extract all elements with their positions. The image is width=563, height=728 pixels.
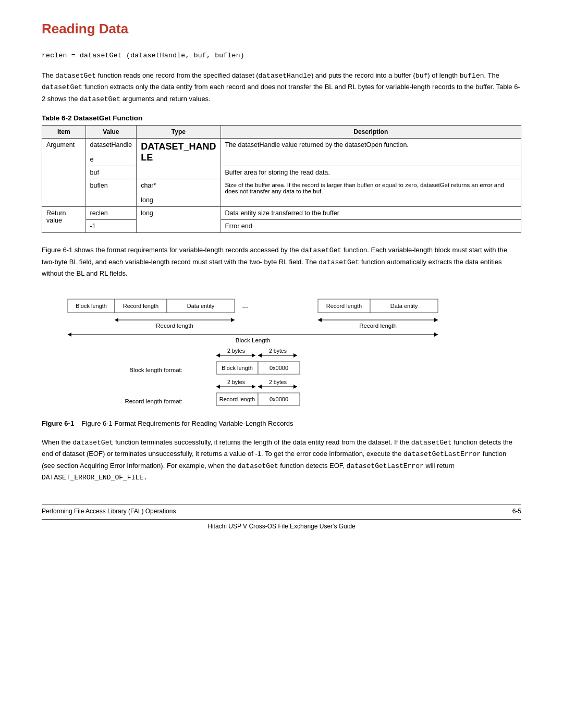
svg-text:Block length format:: Block length format: — [129, 367, 182, 373]
svg-marker-13 — [231, 318, 235, 322]
svg-text:Record length: Record length — [123, 303, 159, 309]
col-header-description: Description — [221, 126, 521, 139]
cell-value-reclen: reclen — [85, 207, 137, 220]
svg-text:Record length: Record length — [219, 396, 255, 402]
paragraph-1: The datasetGet function reads one record… — [42, 70, 521, 105]
figure-number: Figure 6-1 — [42, 419, 74, 427]
svg-marker-42 — [293, 385, 297, 389]
svg-marker-25 — [252, 353, 255, 357]
svg-marker-41 — [258, 385, 262, 389]
svg-marker-38 — [252, 385, 255, 389]
svg-marker-16 — [318, 318, 322, 322]
cell-desc-buflen: Size of the buffer area. If the record i… — [221, 179, 521, 207]
diagram-svg: Block length Record length Data entity R… — [63, 294, 500, 410]
svg-text:2 bytes: 2 bytes — [269, 348, 287, 354]
svg-text:Block Length: Block Length — [236, 337, 271, 343]
svg-text:Record length: Record length — [359, 323, 397, 329]
svg-text:Record length: Record length — [326, 303, 362, 309]
cell-type-buflen: char*long — [137, 179, 221, 207]
svg-text:2 bytes: 2 bytes — [227, 348, 245, 354]
cell-desc-reclen: Data entity size transferred to the buff… — [221, 207, 521, 220]
svg-text:0x0000: 0x0000 — [270, 396, 288, 402]
page-title: Reading Data — [42, 21, 521, 37]
svg-marker-37 — [216, 385, 220, 389]
col-header-item: Item — [42, 126, 86, 139]
cell-value-buflen: buflen — [85, 179, 137, 207]
svg-text:Record length format:: Record length format: — [125, 398, 182, 404]
cell-type-dataset-handle: DATASET_HANDLE — [137, 139, 221, 179]
svg-text:Data entity: Data entity — [390, 303, 418, 309]
svg-text:2 bytes: 2 bytes — [269, 379, 287, 385]
svg-marker-12 — [115, 318, 118, 322]
svg-marker-20 — [68, 332, 71, 337]
svg-text:Record length: Record length — [156, 323, 193, 329]
figure-caption: Figure 6-1 Figure 6-1 Format Requirement… — [42, 419, 521, 427]
table-row: buf Buffer area for storing the read dat… — [42, 166, 521, 179]
cell-item-argument: Argument — [42, 139, 86, 207]
footer-left: Performing File Access Library (FAL) Ope… — [42, 508, 176, 515]
table-title: Table 6-2 DatasetGet Function — [42, 114, 521, 122]
footer-title: Hitachi USP V Cross-OS File Exchange Use… — [207, 523, 356, 530]
figure-title: Figure 6-1 Format Requirements for Readi… — [82, 419, 293, 427]
paragraph-2: Figure 6-1 shows the format requirements… — [42, 244, 521, 279]
svg-text:Data entity: Data entity — [187, 303, 215, 309]
cell-value-datasethandle: datasetHandlee — [85, 139, 137, 166]
table-row: Return value reclen long Data entity siz… — [42, 207, 521, 220]
svg-marker-17 — [434, 318, 438, 322]
figure-area: Block length Record length Data entity R… — [42, 294, 521, 410]
cell-desc-buf: Buffer area for storing the read data. — [221, 166, 521, 179]
code-signature: reclen = datasetGet (datasetHandle, buf,… — [42, 52, 521, 59]
paragraph-3: When the datasetGet function terminates … — [42, 437, 521, 484]
cell-item-returnvalue: Return value — [42, 207, 86, 233]
table-row: -1 Error end — [42, 220, 521, 233]
svg-marker-28 — [258, 353, 262, 357]
svg-text:...: ... — [242, 301, 248, 310]
table-row: buflen char*long Size of the buffer area… — [42, 179, 521, 207]
svg-marker-29 — [293, 353, 297, 357]
svg-text:0x0000: 0x0000 — [270, 365, 288, 371]
svg-marker-21 — [434, 332, 438, 337]
svg-text:2 bytes: 2 bytes — [227, 379, 245, 385]
svg-marker-24 — [216, 353, 220, 357]
cell-type-long: long — [137, 207, 221, 233]
footer-bottom: Hitachi USP V Cross-OS File Exchange Use… — [42, 519, 521, 530]
variable-length-diagram: Block length Record length Data entity R… — [63, 294, 500, 409]
table-row: Argument datasetHandlee DATASET_HANDLE T… — [42, 139, 521, 166]
svg-text:Block length: Block length — [76, 303, 107, 309]
cell-value-buf: buf — [85, 166, 137, 179]
cell-value-minus1: -1 — [85, 220, 137, 233]
dataset-get-table: Item Value Type Description Argument dat… — [42, 125, 521, 233]
col-header-type: Type — [137, 126, 221, 139]
cell-desc-minus1: Error end — [221, 220, 521, 233]
svg-text:Block length: Block length — [222, 365, 253, 371]
cell-desc-datasethandle: The datasetHandle value returned by the … — [221, 139, 521, 166]
footer: Performing File Access Library (FAL) Ope… — [42, 504, 521, 515]
col-header-value: Value — [85, 126, 137, 139]
footer-right: 6-5 — [512, 508, 521, 515]
